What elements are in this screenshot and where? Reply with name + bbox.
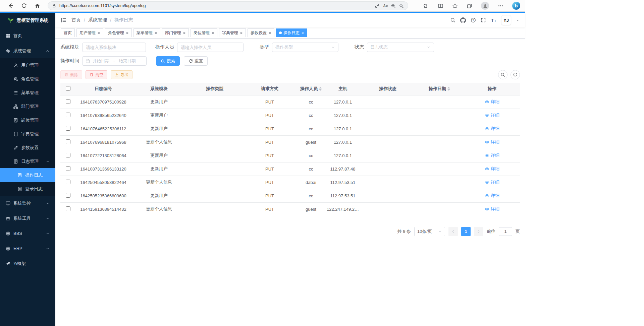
read-aloud-icon[interactable]: A [383,3,388,8]
row-checkbox[interactable] [66,99,70,104]
tab-user-mgmt[interactable]: 用户管理 [76,28,103,37]
bing-icon[interactable] [512,2,520,10]
sidebar-item-dict-mgmt[interactable]: 字典管理 [0,127,55,141]
row-checkbox[interactable] [66,180,70,184]
sidebar-item-home[interactable]: 首页 [0,28,55,43]
search-toggle-button[interactable] [498,70,507,79]
prev-page-button[interactable] [448,227,458,236]
row-checkbox[interactable] [66,153,70,157]
detail-link[interactable]: 详细 [485,139,499,145]
row-checkbox[interactable] [66,139,70,144]
detail-link[interactable]: 详细 [485,99,499,105]
sort-icon[interactable] [319,87,322,91]
goto-page-input[interactable] [499,227,512,236]
operator-input[interactable] [177,43,244,52]
search-button[interactable]: 搜索 [156,56,180,66]
favorites-add-icon[interactable] [399,3,404,8]
detail-link[interactable]: 详细 [485,179,499,185]
row-checkbox[interactable] [66,166,70,171]
tab-menu-mgmt[interactable]: 菜单管理 [133,28,160,37]
refresh-table-button[interactable] [511,70,520,79]
col-date[interactable]: 操作日期 [415,83,464,95]
current-page-button[interactable]: 1 [461,227,471,236]
close-icon[interactable] [126,31,129,35]
date-range-picker[interactable]: 开始日期 - 结束日期 [82,56,147,66]
url-text[interactable]: https://ccnetcore.com:1101/system/log/op… [59,3,372,8]
refresh-icon[interactable] [18,1,30,10]
select-all-checkbox[interactable] [66,86,70,91]
address-bar[interactable]: https://ccnetcore.com:1101/system/log/op… [48,1,408,10]
collections-icon[interactable] [467,3,472,9]
module-input[interactable] [82,43,146,52]
next-page-button[interactable] [474,227,483,236]
font-size-icon[interactable]: TT [491,17,496,23]
app-logo[interactable]: 意框架管理系统 [0,13,55,28]
sidebar-item-oper-log[interactable]: 操作日志 [0,168,55,182]
row-checkbox[interactable] [66,113,70,117]
split-screen-icon[interactable] [438,3,443,9]
close-icon[interactable] [301,31,304,35]
type-select[interactable]: 操作类型 [272,43,338,52]
breadcrumb-system[interactable]: 系统管理 [88,17,107,23]
status-select[interactable]: 日志状态 [367,43,434,52]
detail-link[interactable]: 详细 [485,152,499,158]
tab-dept-mgmt[interactable]: 部门管理 [162,28,189,37]
sidebar-item-param-settings[interactable]: 参数设置 [0,141,55,154]
sidebar-item-log-mgmt[interactable]: 日志管理 [0,154,55,168]
sidebar-item-menu-mgmt[interactable]: 菜单管理 [0,86,55,100]
row-checkbox[interactable] [66,206,70,211]
tab-dict-mgmt[interactable]: 字典管理 [219,28,246,37]
close-icon[interactable] [183,31,186,35]
close-icon[interactable] [97,31,100,35]
reset-button[interactable]: 重置 [184,56,208,66]
sidebar-item-bbs[interactable]: BBS [0,226,55,241]
sidebar-item-yi-framework[interactable]: Yi框架 [0,256,55,271]
browser-profile-avatar[interactable] [481,2,489,10]
close-icon[interactable] [240,31,243,35]
col-operator[interactable]: 操作人员 [297,83,325,95]
extensions-icon[interactable] [423,3,429,9]
sidebar-item-dept-mgmt[interactable]: 部门管理 [0,100,55,113]
close-icon[interactable] [154,31,157,35]
fullscreen-icon[interactable] [481,17,486,23]
tab-param-settings[interactable]: 参数设置 [248,28,274,37]
back-icon[interactable] [5,1,16,10]
github-icon[interactable] [460,17,466,23]
sidebar-item-system-tools[interactable]: 系统工具 [0,211,55,226]
help-icon[interactable]: ? [471,17,476,23]
row-checkbox[interactable] [66,193,70,198]
sidebar-item-post-mgmt[interactable]: 岗位管理 [0,113,55,127]
sidebar-item-erp[interactable]: ERP [0,241,55,256]
row-checkbox[interactable] [66,126,70,131]
detail-link[interactable]: 详细 [485,126,499,132]
sidebar-item-role-mgmt[interactable]: 角色管理 [0,72,55,86]
detail-link[interactable]: 详细 [485,206,499,212]
sidebar-item-login-log[interactable]: 登录日志 [0,182,55,196]
tab-oper-log[interactable]: 操作日志 [276,28,307,37]
close-icon[interactable] [211,31,214,35]
delete-button[interactable]: 删除 [60,70,82,79]
close-icon[interactable] [268,31,271,35]
export-button[interactable]: 导出 [111,70,132,79]
favorites-bar-icon[interactable] [452,3,458,9]
breadcrumb-home[interactable]: 首页 [71,17,81,23]
detail-link[interactable]: 详细 [485,112,499,118]
search-icon[interactable] [450,17,455,23]
zoom-icon[interactable] [391,3,396,8]
sidebar-item-system-monitor[interactable]: 系统监控 [0,196,55,211]
detail-link[interactable]: 详细 [485,193,499,199]
sort-icon[interactable] [447,87,450,91]
tab-home[interactable]: 首页 [61,28,75,37]
settings-more-icon[interactable] [498,3,503,9]
caret-down-icon[interactable] [516,18,520,22]
clear-button[interactable]: 清空 [86,70,107,79]
tab-role-mgmt[interactable]: 角色管理 [105,28,132,37]
hamburger-icon[interactable] [61,17,67,23]
sidebar-item-user-mgmt[interactable]: 用户管理 [0,58,55,72]
sidebar-item-system-mgmt[interactable]: 系统管理 [0,43,55,58]
home-icon[interactable] [32,1,43,10]
key-icon[interactable] [375,3,380,8]
detail-link[interactable]: 详细 [485,166,499,172]
tab-post-mgmt[interactable]: 岗位管理 [191,28,217,37]
user-avatar[interactable]: YJ [501,15,511,25]
